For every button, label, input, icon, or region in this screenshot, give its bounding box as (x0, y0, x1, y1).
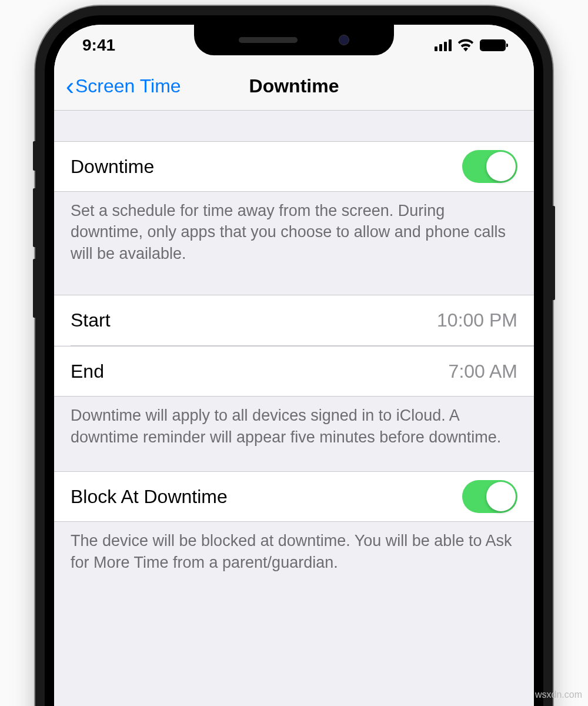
block-group: Block At Downtime The device will be blo… (54, 471, 534, 573)
schedule-description: Downtime will apply to all devices signe… (54, 397, 534, 448)
downtime-toggle-label: Downtime (71, 156, 154, 178)
start-value: 10:00 PM (437, 309, 517, 331)
navigation-bar: ‹ Screen Time Downtime (54, 62, 534, 111)
cellular-signal-icon (435, 39, 452, 51)
battery-icon (480, 39, 506, 51)
chevron-left-icon: ‹ (66, 74, 74, 99)
downtime-description: Set a schedule for time away from the sc… (54, 192, 534, 264)
downtime-toggle-cell[interactable]: Downtime (54, 141, 534, 192)
block-at-downtime-cell[interactable]: Block At Downtime (54, 471, 534, 522)
end-time-cell[interactable]: End 7:00 AM (54, 346, 534, 397)
speaker (239, 37, 298, 43)
schedule-group: Start 10:00 PM End 7:00 AM Downtime will… (54, 295, 534, 448)
block-label: Block At Downtime (71, 486, 228, 508)
page-title: Downtime (249, 75, 339, 97)
mute-switch (33, 141, 36, 171)
status-time: 9:41 (82, 32, 115, 55)
volume-up-button (33, 188, 36, 247)
back-button[interactable]: ‹ Screen Time (66, 74, 181, 99)
phone-frame: 9:41 ‹ Screen Time (35, 6, 553, 706)
end-label: End (71, 361, 104, 382)
back-button-label: Screen Time (75, 75, 181, 97)
start-label: Start (71, 309, 111, 331)
watermark: wsxdn.com (535, 690, 582, 700)
phone-bezel: 9:41 ‹ Screen Time (45, 15, 543, 706)
toggle-knob (486, 482, 516, 511)
end-value: 7:00 AM (449, 361, 517, 382)
block-at-downtime-toggle[interactable] (462, 480, 517, 513)
toggle-knob (486, 152, 516, 181)
notch (194, 25, 394, 55)
screen: 9:41 ‹ Screen Time (54, 25, 534, 706)
start-time-cell[interactable]: Start 10:00 PM (54, 295, 534, 345)
front-camera (339, 35, 349, 45)
downtime-toggle-group: Downtime Set a schedule for time away fr… (54, 141, 534, 264)
downtime-toggle[interactable] (462, 150, 517, 183)
volume-down-button (33, 259, 36, 318)
power-button (552, 206, 555, 300)
block-description: The device will be blocked at downtime. … (54, 522, 534, 573)
wifi-icon (457, 39, 474, 52)
status-indicators (435, 35, 506, 52)
